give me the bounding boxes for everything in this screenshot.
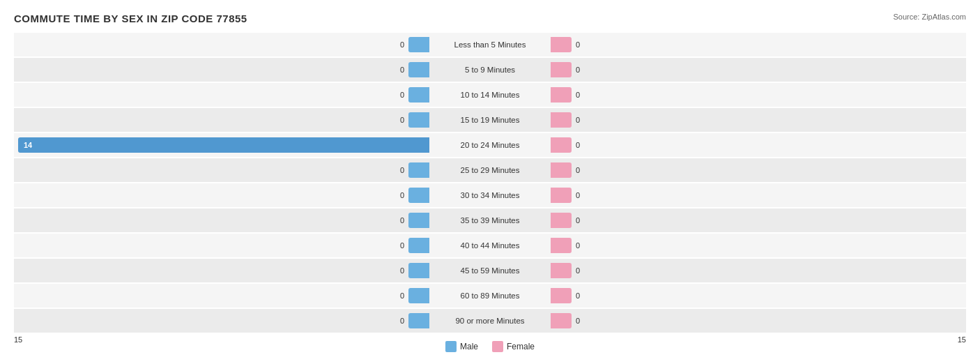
female-swatch [492,341,503,352]
left-section: 0 [14,213,432,228]
right-section: 0 [548,137,966,153]
bar-label: 5 to 9 Minutes [432,66,548,74]
left-section: 0 [14,112,432,128]
female-bar [551,188,572,203]
female-value: 0 [572,66,580,74]
female-bar [551,263,572,278]
male-value: 0 [400,191,408,199]
chart-title: COMMUTE TIME BY SEX IN ZIP CODE 77855 [14,13,966,24]
male-value: 0 [400,116,408,124]
male-value: 0 [400,291,408,300]
left-section: 0 [14,313,432,328]
male-bar [408,288,429,303]
bar-row: 015 to 19 Minutes0 [14,108,966,132]
female-value: 0 [572,116,580,124]
bar-label: 45 to 59 Minutes [432,266,548,275]
chart-container: COMMUTE TIME BY SEX IN ZIP CODE 77855 So… [0,0,980,364]
female-bar [551,162,572,178]
male-value: 0 [400,91,408,99]
left-section: 0 [14,62,432,77]
right-section: 0 [548,213,966,228]
female-value: 0 [572,91,580,99]
bar-row: 010 to 14 Minutes0 [14,83,966,107]
bar-row: 090 or more Minutes0 [14,309,966,333]
bar-label: 20 to 24 Minutes [432,141,548,149]
female-value: 0 [572,141,580,149]
bar-row: 045 to 59 Minutes0 [14,259,966,282]
female-value: 0 [572,241,580,250]
male-bar [408,87,429,103]
bar-label: 10 to 14 Minutes [432,91,548,99]
bar-row: 025 to 29 Minutes0 [14,158,966,182]
bar-row: 060 to 89 Minutes0 [14,284,966,308]
left-section: 14 [14,137,432,153]
source-label: Source: ZipAtlas.com [893,13,966,21]
female-value: 0 [572,291,580,300]
female-bar [551,62,572,77]
female-bar [551,213,572,228]
left-section: 0 [14,37,432,52]
female-value: 0 [572,40,580,49]
male-swatch [445,341,457,352]
left-section: 0 [14,263,432,278]
female-value: 0 [572,317,580,325]
female-bar [551,238,572,253]
bar-label: Less than 5 Minutes [432,40,548,49]
bar-row: 030 to 34 Minutes0 [14,183,966,207]
male-bar [408,188,429,203]
right-section: 0 [548,62,966,77]
left-section: 0 [14,288,432,303]
male-label: Male [460,342,478,351]
legend-row: Male Female [445,341,535,352]
female-bar [551,288,572,303]
left-section: 0 [14,162,432,178]
bar-row: 1420 to 24 Minutes0 [14,133,966,157]
left-section: 0 [14,87,432,103]
male-value: 0 [400,166,408,174]
male-bar [408,112,429,128]
bar-label: 30 to 34 Minutes [432,191,548,199]
female-label: Female [507,342,535,351]
legend-female: Female [492,341,535,352]
male-bar [408,62,429,77]
male-value: 0 [400,317,408,325]
bar-label: 60 to 89 Minutes [432,291,548,300]
male-bar [408,213,429,228]
bar-row: 040 to 44 Minutes0 [14,234,966,257]
right-section: 0 [548,37,966,52]
right-section: 0 [548,188,966,203]
female-value: 0 [572,191,580,199]
female-bar [551,37,572,52]
male-bar: 14 [18,137,429,153]
male-value: 14 [18,141,32,149]
right-section: 0 [548,87,966,103]
male-bar [408,162,429,178]
right-section: 0 [548,263,966,278]
legend-male: Male [445,341,478,352]
chart-area: 0Less than 5 Minutes005 to 9 Minutes0010… [14,33,966,333]
right-section: 0 [548,238,966,253]
male-value: 0 [400,216,408,225]
bar-label: 25 to 29 Minutes [432,166,548,174]
male-value: 0 [400,241,408,250]
male-value: 0 [400,66,408,74]
right-section: 0 [548,162,966,178]
female-bar [551,87,572,103]
male-value: 0 [400,40,408,49]
male-bar [408,263,429,278]
bar-label: 90 or more Minutes [432,317,548,325]
bar-row: 035 to 39 Minutes0 [14,208,966,232]
bar-row: 0Less than 5 Minutes0 [14,33,966,56]
male-bar [408,238,429,253]
axis-left: 15 [14,335,22,352]
female-bar [551,313,572,328]
axis-labels: 15 Male Female 15 [14,335,966,352]
left-section: 0 [14,238,432,253]
male-value: 0 [400,266,408,275]
female-bar [551,112,572,128]
right-section: 0 [548,112,966,128]
bar-label: 35 to 39 Minutes [432,216,548,225]
male-bar [408,37,429,52]
female-value: 0 [572,166,580,174]
right-section: 0 [548,313,966,328]
